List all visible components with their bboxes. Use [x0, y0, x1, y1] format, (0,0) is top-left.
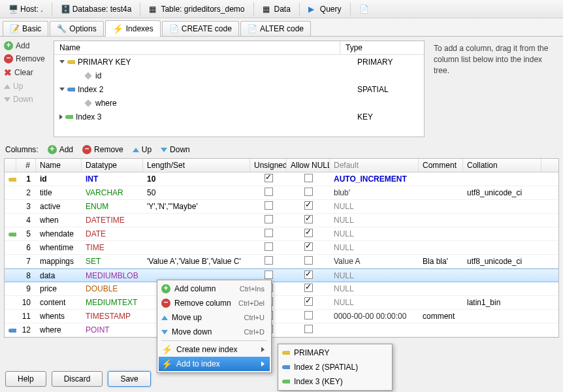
col-default[interactable]: NULL — [330, 216, 419, 225]
col-datatype[interactable]: MEDIUMTEXT — [82, 298, 143, 307]
host-button[interactable]: 🖥️Host: . — [3, 3, 49, 16]
header-length[interactable]: Length/Set — [143, 159, 250, 172]
index-tree-body[interactable]: PRIMARY KEYPRIMARYidIndex 2SPATIALwhereI… — [54, 55, 424, 137]
col-default[interactable]: NULL — [330, 271, 419, 280]
table-row[interactable]: 5whendateDATENULL — [5, 227, 558, 241]
col-unsigned[interactable] — [250, 229, 287, 239]
table-row[interactable]: 9priceDOUBLENULL — [5, 282, 558, 296]
ctx-add-to-index[interactable]: ⚡Add to index — [159, 357, 270, 371]
index-clear-button[interactable]: ✖Clear — [4, 67, 50, 78]
index-add-button[interactable]: +Add — [4, 41, 50, 51]
col-name[interactable]: price — [36, 284, 82, 293]
tab-alter-code[interactable]: 📄ALTER code — [240, 21, 311, 36]
col-length[interactable]: 'Y','N','''Maybe' — [143, 202, 250, 211]
col-default[interactable]: Value A — [330, 257, 419, 266]
col-default[interactable]: 0000-00-00 00:00:00 — [330, 312, 419, 321]
header-name[interactable]: Name — [54, 41, 340, 54]
header-datatype[interactable]: Datatype — [82, 159, 143, 172]
col-length[interactable]: 10 — [143, 174, 250, 184]
col-allow-null[interactable] — [287, 242, 330, 253]
col-default[interactable]: blub' — [330, 188, 419, 197]
discard-button[interactable]: Discard — [52, 371, 103, 387]
columns-grid[interactable]: # Name Datatype Length/Set Unsigned Allo… — [4, 158, 559, 338]
col-unsigned[interactable] — [250, 188, 287, 198]
col-allow-null[interactable] — [287, 311, 330, 321]
col-name[interactable]: id — [36, 174, 82, 184]
col-allow-null[interactable] — [287, 284, 330, 294]
col-name[interactable]: title — [36, 188, 82, 197]
index-tree-row[interactable]: id — [54, 69, 424, 82]
context-submenu[interactable]: PRIMARY Index 2 (SPATIAL) Index 3 (KEY) — [278, 344, 393, 391]
index-tree-row[interactable]: Index 3KEY — [54, 110, 424, 123]
col-collation[interactable]: utf8_unicode_ci — [463, 257, 541, 266]
col-name[interactable]: data — [36, 271, 82, 280]
col-allow-null[interactable] — [287, 188, 330, 198]
expand-icon[interactable] — [59, 114, 63, 120]
col-datatype[interactable]: SET — [82, 257, 143, 266]
ctx-add-column[interactable]: +Add columnCtrl+Ins — [159, 282, 270, 296]
col-length[interactable]: 'Value A','Value B','Value C' — [143, 257, 250, 266]
index-tree-row[interactable]: where — [54, 96, 424, 110]
col-name[interactable]: mappings — [36, 257, 82, 266]
database-button[interactable]: 🗄️Database: test4a — [55, 3, 138, 16]
col-allow-null[interactable] — [287, 325, 330, 335]
col-name[interactable]: whentime — [36, 243, 82, 252]
col-datatype[interactable]: INT — [82, 174, 143, 184]
col-name[interactable]: whents — [36, 312, 82, 321]
tab-indexes[interactable]: ⚡Indexes — [105, 20, 161, 37]
header-num[interactable]: # — [16, 159, 36, 172]
col-datatype[interactable]: DATETIME — [82, 216, 143, 225]
col-datatype[interactable]: MEDIUMBLOB — [82, 271, 143, 280]
col-length[interactable]: 50 — [143, 188, 250, 197]
new-tab-button[interactable]: 📄 — [353, 3, 374, 16]
column-add-button[interactable]: +Add — [48, 145, 73, 154]
header-default[interactable]: Default — [330, 159, 419, 172]
grid-body[interactable]: 1idINT10AUTO_INCREMENT2titleVARCHAR50blu… — [5, 172, 558, 337]
col-comment[interactable]: Bla bla' — [419, 257, 463, 266]
col-default[interactable]: NULL — [330, 229, 419, 238]
table-row[interactable]: 11whentsTIMESTAMP0000-00-00 00:00:00comm… — [5, 310, 558, 323]
column-up-button[interactable]: Up — [133, 145, 152, 154]
col-name[interactable]: content — [36, 298, 82, 307]
table-row[interactable]: 12wherePOINT — [5, 323, 558, 337]
expand-icon[interactable] — [59, 60, 65, 63]
help-button[interactable]: Help — [5, 371, 46, 387]
data-button[interactable]: ▦Data — [257, 3, 297, 16]
col-name[interactable]: where — [36, 325, 82, 335]
col-default[interactable]: NULL — [330, 202, 419, 211]
col-unsigned[interactable] — [250, 242, 287, 253]
query-button[interactable]: ▶Query — [302, 3, 347, 16]
index-tree-row[interactable]: Index 2SPATIAL — [54, 82, 424, 96]
col-name[interactable]: whendate — [36, 229, 82, 238]
header-type[interactable]: Type — [340, 41, 412, 54]
col-allow-null[interactable] — [287, 229, 330, 239]
column-remove-button[interactable]: –Remove — [82, 145, 123, 154]
index-tree-row[interactable]: PRIMARY KEYPRIMARY — [54, 55, 424, 69]
header-allow-null[interactable]: Allow NULL — [287, 159, 330, 172]
col-name[interactable]: when — [36, 216, 82, 225]
index-remove-button[interactable]: –Remove — [4, 54, 50, 64]
ctx-move-up[interactable]: Move upCtrl+U — [159, 310, 270, 325]
col-name[interactable]: active — [36, 202, 82, 211]
col-collation[interactable]: utf8_unicode_ci — [463, 188, 541, 197]
col-unsigned[interactable] — [250, 174, 287, 184]
col-allow-null[interactable] — [287, 174, 330, 184]
ctx-index-primary[interactable]: PRIMARY — [280, 346, 391, 360]
col-unsigned[interactable] — [250, 256, 287, 267]
ctx-create-new-index[interactable]: ⚡Create new index — [159, 342, 270, 357]
ctx-index-2[interactable]: Index 2 (SPATIAL) — [280, 360, 391, 374]
table-row[interactable]: 4whenDATETIMENULL — [5, 214, 558, 227]
col-default[interactable]: NULL — [330, 298, 419, 307]
save-button[interactable]: Save — [108, 371, 150, 387]
column-down-button[interactable]: Down — [161, 145, 190, 154]
table-row[interactable]: 8dataMEDIUMBLOBNULL — [5, 269, 558, 282]
ctx-remove-column[interactable]: –Remove columnCtrl+Del — [159, 296, 270, 310]
index-tree[interactable]: Name Type PRIMARY KEYPRIMARYidIndex 2SPA… — [54, 41, 425, 137]
tab-create-code[interactable]: 📄CREATE code — [162, 21, 239, 36]
col-collation[interactable]: latin1_bin — [463, 298, 541, 307]
table-row[interactable]: 6whentimeTIMENULL — [5, 241, 558, 255]
header-comment[interactable]: Comment — [419, 159, 463, 172]
header-unsigned[interactable]: Unsigned — [250, 159, 287, 172]
ctx-index-3[interactable]: Index 3 (KEY) — [280, 374, 391, 389]
table-row[interactable]: 3activeENUM'Y','N','''Maybe'NULL — [5, 200, 558, 214]
